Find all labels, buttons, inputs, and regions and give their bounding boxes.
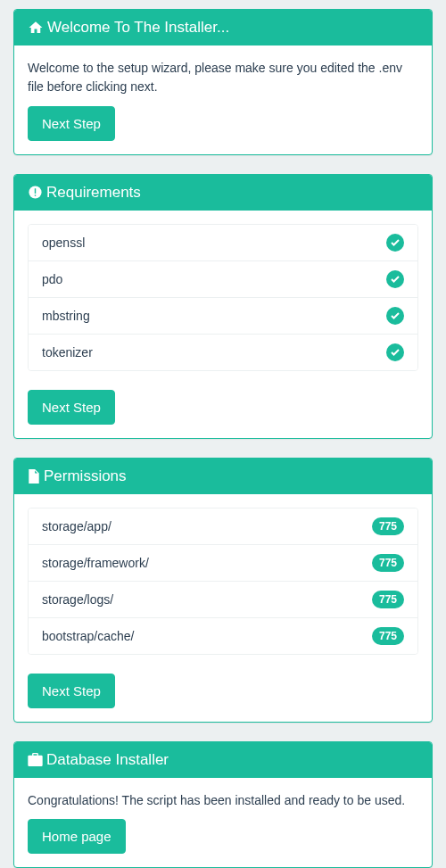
requirements-panel: Requirements openssl pdo mbstring [13, 174, 433, 439]
welcome-next-button[interactable]: Next Step [28, 106, 115, 141]
requirements-title: Requirements [46, 184, 141, 202]
database-panel: Database Installer Congratulations! The … [13, 741, 433, 869]
permission-path: storage/logs/ [42, 592, 113, 607]
permission-mode: 775 [372, 627, 404, 645]
list-item: storage/framework/ 775 [29, 545, 417, 582]
permissions-list: storage/app/ 775 storage/framework/ 775 … [28, 508, 418, 655]
requirements-list: openssl pdo mbstring tokenizer [28, 224, 418, 371]
database-text: Congratulations! The script has been ins… [28, 791, 418, 810]
permission-path: storage/framework/ [42, 556, 149, 570]
check-icon [386, 234, 404, 252]
permissions-title: Permissions [44, 467, 127, 485]
permission-path: bootstrap/cache/ [42, 629, 135, 643]
requirement-name: tokenizer [42, 345, 93, 360]
database-body: Congratulations! The script has been ins… [14, 778, 432, 868]
requirements-next-button[interactable]: Next Step [28, 390, 115, 425]
permissions-heading: Permissions [14, 459, 432, 494]
permission-mode: 775 [372, 554, 404, 572]
welcome-text: Welcome to the setup wizard, please make… [28, 59, 418, 96]
list-item: pdo [29, 261, 417, 298]
svg-rect-1 [35, 188, 36, 194]
check-icon [386, 270, 404, 288]
welcome-heading: Welcome To The Installer... [14, 10, 432, 45]
welcome-panel: Welcome To The Installer... Welcome to t… [13, 9, 433, 155]
list-item: bootstrap/cache/ 775 [29, 618, 417, 654]
check-icon [386, 343, 404, 361]
home-icon [28, 20, 44, 36]
home-page-button[interactable]: Home page [28, 819, 126, 854]
permission-path: storage/app/ [42, 519, 112, 533]
requirements-body: openssl pdo mbstring tokenizer [14, 211, 432, 438]
requirement-name: mbstring [42, 309, 90, 323]
requirements-heading: Requirements [14, 175, 432, 211]
database-title: Database Installer [46, 751, 169, 769]
list-item: storage/app/ 775 [29, 508, 417, 545]
permissions-panel: Permissions storage/app/ 775 storage/fra… [13, 458, 433, 723]
requirement-name: pdo [42, 272, 62, 286]
check-icon [386, 307, 404, 325]
permissions-next-button[interactable]: Next Step [28, 674, 115, 708]
list-item: storage/logs/ 775 [29, 582, 417, 618]
list-item: tokenizer [29, 335, 417, 370]
file-icon [28, 469, 40, 484]
requirement-name: openssl [42, 236, 85, 250]
database-heading: Database Installer [14, 742, 432, 778]
svg-rect-2 [35, 194, 36, 195]
list-item: mbstring [29, 298, 417, 335]
exclamation-icon [28, 185, 43, 200]
permission-mode: 775 [372, 517, 404, 535]
briefcase-icon [28, 753, 43, 766]
list-item: openssl [29, 225, 417, 261]
permissions-body: storage/app/ 775 storage/framework/ 775 … [14, 494, 432, 722]
welcome-body: Welcome to the setup wizard, please make… [14, 45, 432, 154]
welcome-title: Welcome To The Installer... [47, 19, 229, 37]
permission-mode: 775 [372, 591, 404, 608]
